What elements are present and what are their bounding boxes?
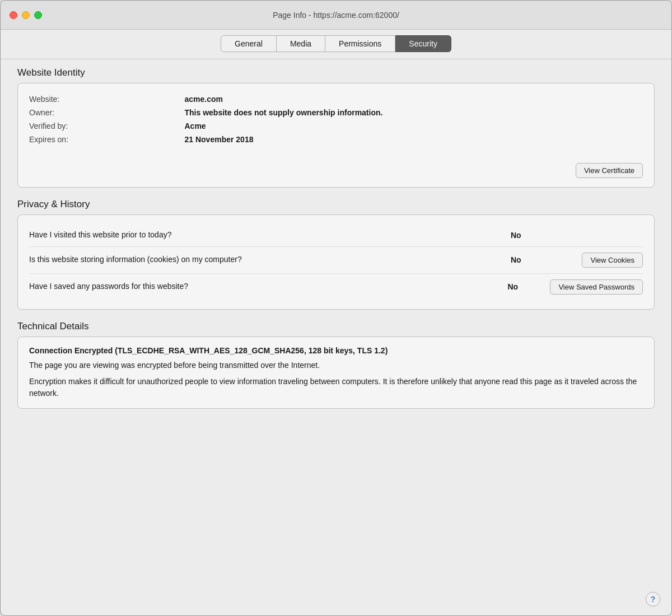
- website-identity-box: Website: acme.com Owner: This website do…: [17, 83, 655, 188]
- view-certificate-button[interactable]: View Certificate: [576, 163, 643, 178]
- privacy-question-cookies: Is this website storing information (coo…: [29, 254, 511, 265]
- view-saved-passwords-button[interactable]: View Saved Passwords: [550, 279, 643, 295]
- privacy-history-box: Have I visited this website prior to tod…: [17, 214, 655, 310]
- identity-value-website: acme.com: [185, 92, 643, 106]
- tech-body-line1: The page you are viewing was encrypted b…: [29, 360, 643, 371]
- privacy-question-visited: Have I visited this website prior to tod…: [29, 230, 511, 241]
- privacy-row-passwords: Have I saved any passwords for this webs…: [29, 273, 643, 300]
- website-identity-title: Website Identity: [17, 67, 655, 78]
- view-certificate-row: View Certificate: [29, 163, 643, 178]
- identity-value-expires: 21 November 2018: [185, 133, 643, 146]
- identity-row-website: Website: acme.com: [29, 92, 643, 106]
- privacy-answer-passwords: No: [507, 282, 541, 291]
- traffic-lights: [10, 11, 42, 19]
- window-title: Page Info - https://acme.com:62000/: [273, 11, 399, 20]
- technical-details-title: Technical Details: [17, 321, 655, 332]
- main-content: Website Identity Website: acme.com Owner…: [1, 62, 671, 586]
- identity-label-website: Website:: [29, 92, 185, 106]
- identity-label-verified: Verified by:: [29, 119, 185, 133]
- privacy-answer-cookies: No: [511, 255, 544, 264]
- privacy-history-section: Privacy & History Have I visited this we…: [17, 199, 655, 310]
- technical-details-section: Technical Details Connection Encrypted (…: [17, 321, 655, 409]
- tech-heading: Connection Encrypted (TLS_ECDHE_RSA_WITH…: [29, 346, 643, 355]
- tab-security[interactable]: Security: [395, 35, 451, 52]
- identity-table: Website: acme.com Owner: This website do…: [29, 92, 643, 146]
- tech-body-line2: Encryption makes it difficult for unauth…: [29, 376, 643, 399]
- identity-label-owner: Owner:: [29, 106, 185, 119]
- tab-media[interactable]: Media: [277, 35, 325, 52]
- identity-row-owner: Owner: This website does not supply owne…: [29, 106, 643, 119]
- titlebar: Page Info - https://acme.com:62000/: [1, 1, 671, 30]
- privacy-row-cookies: Is this website storing information (coo…: [29, 246, 643, 273]
- privacy-action-passwords: View Saved Passwords: [550, 279, 643, 295]
- privacy-question-passwords: Have I saved any passwords for this webs…: [29, 281, 507, 292]
- privacy-answer-visited: No: [511, 231, 544, 240]
- identity-value-verified: Acme: [185, 119, 643, 133]
- window: Page Info - https://acme.com:62000/ Gene…: [0, 0, 672, 616]
- technical-details-box: Connection Encrypted (TLS_ECDHE_RSA_WITH…: [17, 337, 655, 409]
- help-button[interactable]: ?: [646, 592, 660, 606]
- identity-label-expires: Expires on:: [29, 133, 185, 146]
- identity-value-owner: This website does not supply ownership i…: [185, 106, 643, 119]
- identity-row-verified: Verified by: Acme: [29, 119, 643, 133]
- minimize-button[interactable]: [22, 11, 30, 19]
- privacy-action-cookies: View Cookies: [553, 253, 643, 268]
- view-cookies-button[interactable]: View Cookies: [582, 253, 643, 268]
- tab-permissions[interactable]: Permissions: [325, 35, 395, 52]
- website-identity-section: Website Identity Website: acme.com Owner…: [17, 67, 655, 188]
- privacy-row-visited: Have I visited this website prior to tod…: [29, 224, 643, 246]
- identity-row-expires: Expires on: 21 November 2018: [29, 133, 643, 146]
- tabbar: General Media Permissions Security: [1, 30, 671, 59]
- close-button[interactable]: [10, 11, 17, 19]
- maximize-button[interactable]: [34, 11, 42, 19]
- tab-general[interactable]: General: [221, 35, 277, 52]
- footer: ?: [1, 586, 671, 615]
- privacy-history-title: Privacy & History: [17, 199, 655, 210]
